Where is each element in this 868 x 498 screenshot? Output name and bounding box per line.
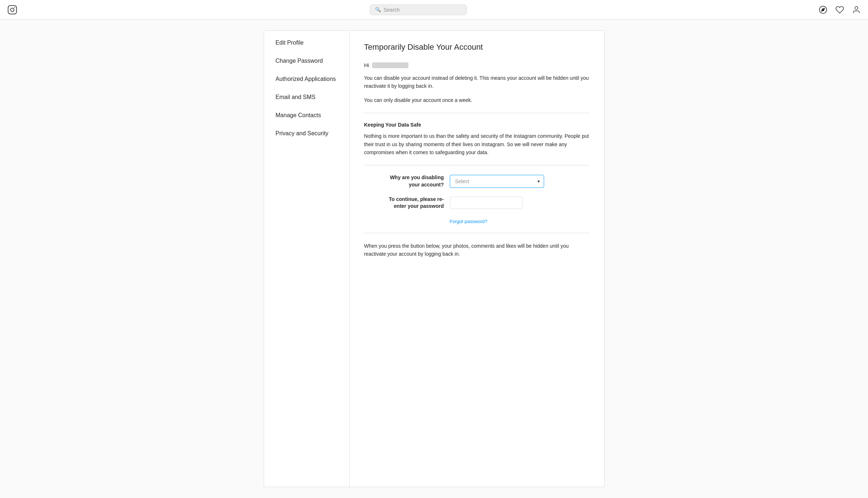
instagram-logo[interactable]	[7, 5, 17, 15]
sidebar-item-label: Manage Contacts	[276, 112, 321, 119]
header-left	[7, 5, 17, 15]
divider-1	[364, 113, 590, 113]
sidebar-item-edit-profile[interactable]: Edit Profile	[264, 34, 349, 52]
why-disabling-label: Why are you disabling your account?	[364, 174, 444, 188]
header-right	[819, 5, 861, 14]
section-text: Nothing is more important to us than the…	[364, 132, 590, 156]
compass-icon[interactable]	[819, 5, 827, 14]
sidebar: Edit Profile Change Password Authorized …	[264, 31, 350, 487]
why-disabling-row: Why are you disabling your account? Sele…	[364, 174, 590, 188]
sidebar-item-manage-contacts[interactable]: Manage Contacts	[264, 106, 349, 124]
reason-select-wrapper: Select I want to be more private Too dis…	[450, 175, 544, 188]
sidebar-item-authorized-applications[interactable]: Authorized Applications	[264, 70, 349, 88]
search-bar[interactable]: 🔍 Search	[370, 4, 467, 15]
page-title: Temporarily Disable Your Account	[364, 42, 590, 52]
search-placeholder-text: Search	[384, 7, 400, 13]
svg-point-2	[14, 7, 15, 8]
sidebar-item-email-and-sms[interactable]: Email and SMS	[264, 88, 349, 106]
sidebar-item-label: Privacy and Security	[276, 130, 329, 137]
sidebar-item-change-password[interactable]: Change Password	[264, 52, 349, 70]
username-blur	[372, 62, 408, 68]
sidebar-item-label: Email and SMS	[276, 94, 316, 100]
header-center: 🔍 Search	[17, 4, 819, 15]
svg-rect-0	[8, 5, 16, 14]
password-label: To continue, please re- enter your passw…	[364, 196, 444, 210]
divider-2	[364, 165, 590, 165]
sidebar-item-privacy-and-security[interactable]: Privacy and Security	[264, 124, 349, 143]
greeting-prefix: Hi	[364, 62, 369, 68]
description-1: You can disable your account instead of …	[364, 74, 590, 90]
sidebar-item-label: Change Password	[276, 58, 323, 64]
svg-marker-4	[822, 8, 824, 11]
profile-icon[interactable]	[852, 5, 861, 14]
divider-3	[364, 233, 590, 233]
section-title: Keeping Your Data Safe	[364, 122, 590, 128]
main-container: Edit Profile Change Password Authorized …	[0, 20, 868, 498]
heart-icon[interactable]	[835, 5, 844, 14]
reason-select[interactable]: Select I want to be more private Too dis…	[450, 175, 544, 188]
search-icon: 🔍	[375, 7, 381, 12]
main-content: Temporarily Disable Your Account Hi You …	[350, 31, 604, 487]
description-2: You can only disable your account once a…	[364, 96, 590, 104]
sidebar-item-label: Edit Profile	[276, 40, 304, 46]
forgot-password-link[interactable]: Forgot password?	[450, 219, 488, 224]
svg-point-1	[11, 8, 14, 11]
svg-point-5	[855, 7, 858, 9]
header: 🔍 Search	[0, 0, 868, 20]
password-row: To continue, please re- enter your passw…	[364, 196, 590, 210]
forgot-password-wrapper: Forgot password?	[364, 217, 590, 224]
bottom-text: When you press the button below, your ph…	[364, 242, 590, 258]
greeting: Hi	[364, 62, 590, 68]
sidebar-item-label: Authorized Applications	[276, 76, 336, 82]
content-wrapper: Edit Profile Change Password Authorized …	[264, 30, 605, 487]
password-input[interactable]	[450, 197, 522, 209]
